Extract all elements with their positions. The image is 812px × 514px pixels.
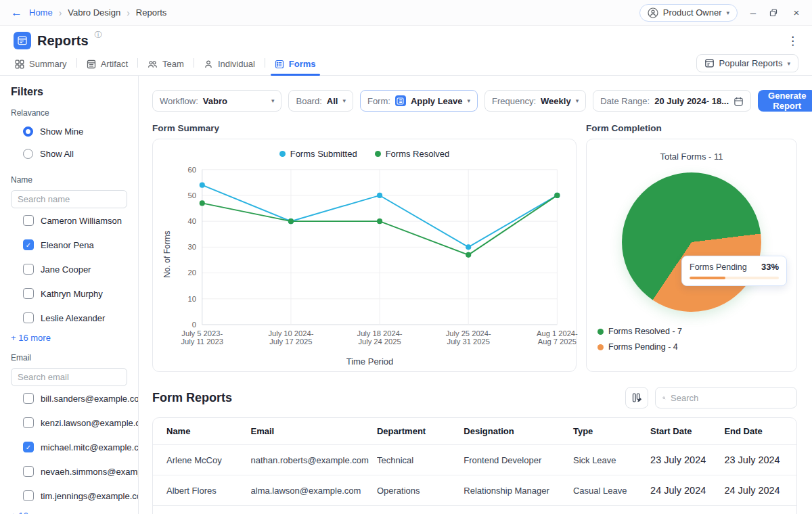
more-options-icon[interactable]: ⋮ — [787, 34, 798, 48]
breadcrumb-page: Reports — [136, 7, 167, 18]
name-filter-option[interactable]: Jane Cooper — [11, 257, 127, 281]
table-search-input[interactable] — [671, 393, 790, 403]
radio-icon[interactable] — [23, 149, 33, 159]
back-icon[interactable]: ← — [11, 6, 22, 20]
svg-text:40: 40 — [188, 217, 196, 225]
board-dropdown[interactable]: Board: All ▾ — [288, 90, 353, 112]
form-dropdown[interactable]: Form: Apply Leave ▾ — [360, 90, 478, 112]
table-cell — [724, 506, 796, 514]
checkbox-icon[interactable] — [23, 288, 34, 299]
column-header: Department — [377, 418, 464, 445]
chevron-down-icon: ▾ — [468, 97, 471, 104]
checkbox-icon[interactable] — [23, 264, 34, 275]
calendar-icon — [734, 96, 744, 106]
email-filter-option[interactable]: tim.jennings@example.com — [11, 484, 127, 508]
table-cell: Albert Flores — [153, 475, 251, 506]
minimize-button[interactable]: – — [747, 7, 759, 18]
email-filter-option[interactable]: kenzi.lawson@example.c... — [11, 411, 127, 435]
close-button[interactable]: × — [790, 7, 803, 18]
svg-text:50: 50 — [188, 191, 196, 200]
column-header: Designation — [464, 418, 573, 445]
columns-edit-icon — [631, 392, 642, 403]
filters-title: Filters — [11, 86, 127, 98]
date-range-picker[interactable]: Date Range: 20 July 2024- 18... — [593, 90, 751, 112]
chevron-down-icon: ▾ — [271, 97, 275, 104]
breadcrumb-home[interactable]: Home — [29, 7, 53, 18]
legend-dot-icon — [279, 151, 286, 157]
breadcrumb: Home › Vabro Design › Reports — [29, 7, 166, 18]
tooltip-progress-bar — [690, 277, 779, 279]
name-filter-option[interactable]: Cameron Williamson — [11, 208, 127, 233]
column-settings-button[interactable] — [625, 387, 648, 408]
board-value: All — [327, 96, 338, 106]
info-icon[interactable]: ⓘ — [95, 30, 102, 40]
checkbox-icon[interactable]: ✓ — [23, 442, 34, 452]
email-more-link[interactable]: + 16 more — [11, 511, 127, 514]
table-cell — [464, 506, 573, 514]
table-cell — [153, 506, 251, 514]
table-cell: 23 July 2024 — [724, 445, 796, 475]
column-header: End Date — [724, 418, 796, 445]
generate-report-button[interactable]: Generate Report — [758, 90, 812, 112]
table-search[interactable] — [655, 387, 797, 408]
table-row[interactable]: Arlene McCoynathan.roberts@example.comTe… — [153, 445, 796, 475]
svg-text:20: 20 — [188, 268, 196, 277]
breadcrumb-project[interactable]: Vabro Design — [68, 7, 120, 18]
radio-icon[interactable] — [23, 126, 33, 137]
pie-chart[interactable] — [622, 172, 761, 312]
email-filter-option-label: michael.mitc@example.co... — [41, 442, 139, 452]
tab-individual[interactable]: Individual — [194, 59, 265, 75]
legend-dot-icon — [375, 151, 381, 157]
table-cell: Technical — [377, 445, 464, 475]
checkbox-icon[interactable] — [23, 466, 34, 477]
workflow-label: Workflow: — [160, 96, 198, 106]
form-reports-table-card: NameEmailDepartmentDesignationTypeStart … — [152, 417, 797, 514]
tab-artifact[interactable]: Artifact — [77, 59, 137, 75]
name-more-link[interactable]: + 16 more — [11, 333, 127, 343]
table-cell: Frontend Developer — [464, 445, 573, 475]
table-cell: Casual Leave — [573, 475, 650, 506]
frequency-dropdown[interactable]: Frequency: Weekly ▾ — [484, 90, 586, 112]
checkbox-icon[interactable] — [23, 215, 34, 226]
search-name-input[interactable] — [11, 190, 127, 208]
relevance-option[interactable]: Show Mine — [11, 120, 127, 143]
svg-text:July 10 2024-July 17 2025: July 10 2024-July 17 2025 — [268, 329, 313, 346]
checkbox-icon[interactable] — [23, 490, 34, 501]
name-filter-option-label: Jane Cooper — [41, 264, 91, 275]
email-filter-option-label: kenzi.lawson@example.c... — [41, 418, 139, 428]
search-email-input[interactable] — [11, 368, 127, 386]
form-icon — [395, 95, 406, 106]
chevron-down-icon: ▾ — [576, 97, 579, 104]
user-role-menu[interactable]: Product Owner ▾ — [639, 4, 738, 22]
column-header: Email — [251, 418, 377, 445]
checkbox-icon[interactable] — [23, 312, 34, 323]
table-row[interactable] — [153, 506, 796, 514]
report-toolbar: Workflow: Vabro ▾ Board: All ▾ Form: App… — [152, 90, 797, 112]
tab-summary[interactable]: Summary — [14, 59, 76, 75]
svg-text:July 18 2024-July 24 2025: July 18 2024-July 24 2025 — [357, 329, 403, 346]
name-filter-option[interactable]: ✓Eleanor Pena — [11, 233, 127, 257]
checkbox-icon[interactable]: ✓ — [23, 239, 34, 250]
checkbox-icon[interactable] — [23, 417, 34, 428]
name-filter-option[interactable]: Kathryn Murphy — [11, 281, 127, 306]
table-row[interactable]: Albert Floresalma.lawson@example.comOper… — [153, 475, 796, 506]
workflow-dropdown[interactable]: Workflow: Vabro ▾ — [152, 90, 281, 112]
name-filter-option-label: Kathryn Murphy — [41, 289, 103, 299]
table-cell — [650, 506, 724, 514]
popular-reports-button[interactable]: Popular Reports ▾ — [696, 54, 798, 72]
page-header: Reports ⓘ ⋮ — [0, 26, 812, 55]
email-filter-option[interactable]: nevaeh.simmons@exampl... — [11, 459, 127, 484]
date-range-label: Date Range: — [600, 96, 650, 106]
name-filter-option[interactable]: Leslie Alexander — [11, 306, 127, 330]
tooltip-value: 33% — [761, 262, 779, 272]
restore-button[interactable] — [769, 8, 781, 18]
relevance-option[interactable]: Show All — [11, 143, 127, 165]
table-cell: Arlene McCoy — [153, 445, 251, 475]
tab-team[interactable]: Team — [138, 59, 194, 75]
table-cell — [377, 506, 464, 514]
checkbox-icon[interactable] — [23, 393, 34, 404]
email-filter-option[interactable]: ✓michael.mitc@example.co... — [11, 435, 127, 459]
email-filter-option[interactable]: bill.sanders@example.com — [11, 386, 127, 411]
tab-forms[interactable]: Forms — [265, 59, 325, 75]
pie-tooltip: Forms Pending 33% — [681, 256, 787, 286]
